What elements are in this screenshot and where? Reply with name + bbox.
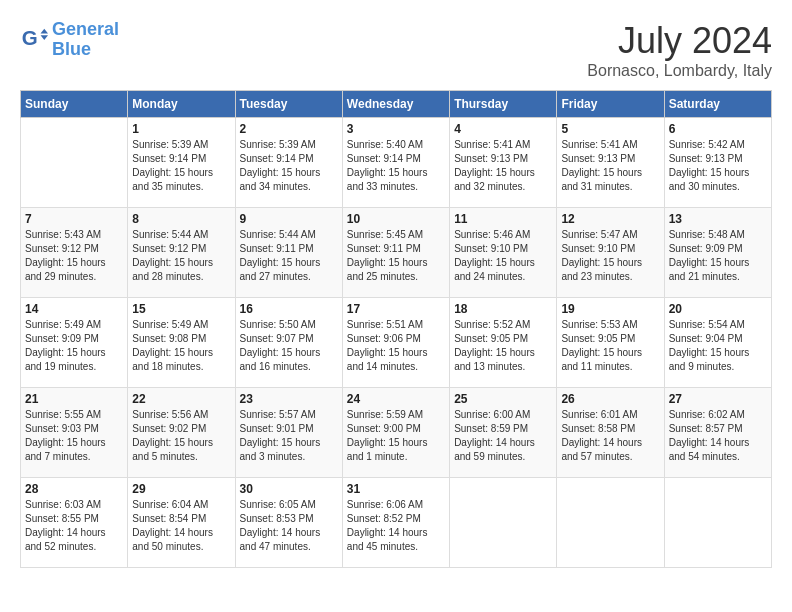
cell-content: Sunrise: 5:42 AM Sunset: 9:13 PM Dayligh…	[669, 138, 767, 194]
calendar-cell: 21Sunrise: 5:55 AM Sunset: 9:03 PM Dayli…	[21, 388, 128, 478]
cell-content: Sunrise: 6:05 AM Sunset: 8:53 PM Dayligh…	[240, 498, 338, 554]
weekday-header-wednesday: Wednesday	[342, 91, 449, 118]
day-number: 5	[561, 122, 659, 136]
cell-content: Sunrise: 5:59 AM Sunset: 9:00 PM Dayligh…	[347, 408, 445, 464]
day-number: 26	[561, 392, 659, 406]
calendar-cell: 28Sunrise: 6:03 AM Sunset: 8:55 PM Dayli…	[21, 478, 128, 568]
calendar-cell: 13Sunrise: 5:48 AM Sunset: 9:09 PM Dayli…	[664, 208, 771, 298]
day-number: 14	[25, 302, 123, 316]
calendar-table: SundayMondayTuesdayWednesdayThursdayFrid…	[20, 90, 772, 568]
cell-content: Sunrise: 5:53 AM Sunset: 9:05 PM Dayligh…	[561, 318, 659, 374]
cell-content: Sunrise: 5:44 AM Sunset: 9:11 PM Dayligh…	[240, 228, 338, 284]
calendar-cell: 18Sunrise: 5:52 AM Sunset: 9:05 PM Dayli…	[450, 298, 557, 388]
logo-icon: G	[20, 26, 48, 54]
cell-content: Sunrise: 6:01 AM Sunset: 8:58 PM Dayligh…	[561, 408, 659, 464]
svg-text:G: G	[22, 26, 38, 49]
calendar-cell: 9Sunrise: 5:44 AM Sunset: 9:11 PM Daylig…	[235, 208, 342, 298]
cell-content: Sunrise: 5:49 AM Sunset: 9:09 PM Dayligh…	[25, 318, 123, 374]
day-number: 17	[347, 302, 445, 316]
day-number: 31	[347, 482, 445, 496]
day-number: 29	[132, 482, 230, 496]
calendar-cell: 5Sunrise: 5:41 AM Sunset: 9:13 PM Daylig…	[557, 118, 664, 208]
cell-content: Sunrise: 5:45 AM Sunset: 9:11 PM Dayligh…	[347, 228, 445, 284]
day-number: 27	[669, 392, 767, 406]
calendar-cell: 1Sunrise: 5:39 AM Sunset: 9:14 PM Daylig…	[128, 118, 235, 208]
calendar-cell: 29Sunrise: 6:04 AM Sunset: 8:54 PM Dayli…	[128, 478, 235, 568]
day-number: 7	[25, 212, 123, 226]
cell-content: Sunrise: 5:50 AM Sunset: 9:07 PM Dayligh…	[240, 318, 338, 374]
calendar-cell: 11Sunrise: 5:46 AM Sunset: 9:10 PM Dayli…	[450, 208, 557, 298]
calendar-cell: 25Sunrise: 6:00 AM Sunset: 8:59 PM Dayli…	[450, 388, 557, 478]
day-number: 19	[561, 302, 659, 316]
weekday-header-row: SundayMondayTuesdayWednesdayThursdayFrid…	[21, 91, 772, 118]
week-row-5: 28Sunrise: 6:03 AM Sunset: 8:55 PM Dayli…	[21, 478, 772, 568]
day-number: 16	[240, 302, 338, 316]
calendar-cell: 12Sunrise: 5:47 AM Sunset: 9:10 PM Dayli…	[557, 208, 664, 298]
calendar-cell: 20Sunrise: 5:54 AM Sunset: 9:04 PM Dayli…	[664, 298, 771, 388]
cell-content: Sunrise: 5:47 AM Sunset: 9:10 PM Dayligh…	[561, 228, 659, 284]
week-row-4: 21Sunrise: 5:55 AM Sunset: 9:03 PM Dayli…	[21, 388, 772, 478]
day-number: 18	[454, 302, 552, 316]
calendar-cell: 30Sunrise: 6:05 AM Sunset: 8:53 PM Dayli…	[235, 478, 342, 568]
calendar-cell	[664, 478, 771, 568]
day-number: 25	[454, 392, 552, 406]
day-number: 20	[669, 302, 767, 316]
logo-line1: General	[52, 19, 119, 39]
logo-line2: Blue	[52, 39, 91, 59]
calendar-cell: 2Sunrise: 5:39 AM Sunset: 9:14 PM Daylig…	[235, 118, 342, 208]
cell-content: Sunrise: 5:46 AM Sunset: 9:10 PM Dayligh…	[454, 228, 552, 284]
calendar-cell: 6Sunrise: 5:42 AM Sunset: 9:13 PM Daylig…	[664, 118, 771, 208]
cell-content: Sunrise: 5:41 AM Sunset: 9:13 PM Dayligh…	[561, 138, 659, 194]
day-number: 13	[669, 212, 767, 226]
day-number: 11	[454, 212, 552, 226]
calendar-cell: 7Sunrise: 5:43 AM Sunset: 9:12 PM Daylig…	[21, 208, 128, 298]
svg-marker-1	[41, 29, 48, 34]
cell-content: Sunrise: 6:06 AM Sunset: 8:52 PM Dayligh…	[347, 498, 445, 554]
cell-content: Sunrise: 5:54 AM Sunset: 9:04 PM Dayligh…	[669, 318, 767, 374]
weekday-header-sunday: Sunday	[21, 91, 128, 118]
weekday-header-saturday: Saturday	[664, 91, 771, 118]
calendar-cell: 10Sunrise: 5:45 AM Sunset: 9:11 PM Dayli…	[342, 208, 449, 298]
calendar-cell	[450, 478, 557, 568]
cell-content: Sunrise: 6:04 AM Sunset: 8:54 PM Dayligh…	[132, 498, 230, 554]
cell-content: Sunrise: 5:48 AM Sunset: 9:09 PM Dayligh…	[669, 228, 767, 284]
calendar-cell: 14Sunrise: 5:49 AM Sunset: 9:09 PM Dayli…	[21, 298, 128, 388]
cell-content: Sunrise: 5:52 AM Sunset: 9:05 PM Dayligh…	[454, 318, 552, 374]
month-year: July 2024	[587, 20, 772, 62]
calendar-cell: 31Sunrise: 6:06 AM Sunset: 8:52 PM Dayli…	[342, 478, 449, 568]
calendar-cell: 22Sunrise: 5:56 AM Sunset: 9:02 PM Dayli…	[128, 388, 235, 478]
day-number: 8	[132, 212, 230, 226]
weekday-header-tuesday: Tuesday	[235, 91, 342, 118]
cell-content: Sunrise: 5:40 AM Sunset: 9:14 PM Dayligh…	[347, 138, 445, 194]
calendar-cell: 15Sunrise: 5:49 AM Sunset: 9:08 PM Dayli…	[128, 298, 235, 388]
cell-content: Sunrise: 6:02 AM Sunset: 8:57 PM Dayligh…	[669, 408, 767, 464]
cell-content: Sunrise: 5:56 AM Sunset: 9:02 PM Dayligh…	[132, 408, 230, 464]
day-number: 10	[347, 212, 445, 226]
calendar-cell	[21, 118, 128, 208]
cell-content: Sunrise: 5:39 AM Sunset: 9:14 PM Dayligh…	[240, 138, 338, 194]
calendar-cell: 4Sunrise: 5:41 AM Sunset: 9:13 PM Daylig…	[450, 118, 557, 208]
cell-content: Sunrise: 5:57 AM Sunset: 9:01 PM Dayligh…	[240, 408, 338, 464]
calendar-cell: 3Sunrise: 5:40 AM Sunset: 9:14 PM Daylig…	[342, 118, 449, 208]
day-number: 28	[25, 482, 123, 496]
location: Bornasco, Lombardy, Italy	[587, 62, 772, 80]
week-row-2: 7Sunrise: 5:43 AM Sunset: 9:12 PM Daylig…	[21, 208, 772, 298]
cell-content: Sunrise: 5:43 AM Sunset: 9:12 PM Dayligh…	[25, 228, 123, 284]
calendar-cell: 19Sunrise: 5:53 AM Sunset: 9:05 PM Dayli…	[557, 298, 664, 388]
weekday-header-monday: Monday	[128, 91, 235, 118]
cell-content: Sunrise: 5:39 AM Sunset: 9:14 PM Dayligh…	[132, 138, 230, 194]
day-number: 1	[132, 122, 230, 136]
calendar-cell: 17Sunrise: 5:51 AM Sunset: 9:06 PM Dayli…	[342, 298, 449, 388]
cell-content: Sunrise: 5:49 AM Sunset: 9:08 PM Dayligh…	[132, 318, 230, 374]
logo-text: General Blue	[52, 20, 119, 60]
day-number: 15	[132, 302, 230, 316]
weekday-header-thursday: Thursday	[450, 91, 557, 118]
cell-content: Sunrise: 6:00 AM Sunset: 8:59 PM Dayligh…	[454, 408, 552, 464]
week-row-3: 14Sunrise: 5:49 AM Sunset: 9:09 PM Dayli…	[21, 298, 772, 388]
logo: G General Blue	[20, 20, 119, 60]
title-block: July 2024 Bornasco, Lombardy, Italy	[587, 20, 772, 80]
cell-content: Sunrise: 6:03 AM Sunset: 8:55 PM Dayligh…	[25, 498, 123, 554]
day-number: 24	[347, 392, 445, 406]
day-number: 9	[240, 212, 338, 226]
cell-content: Sunrise: 5:55 AM Sunset: 9:03 PM Dayligh…	[25, 408, 123, 464]
